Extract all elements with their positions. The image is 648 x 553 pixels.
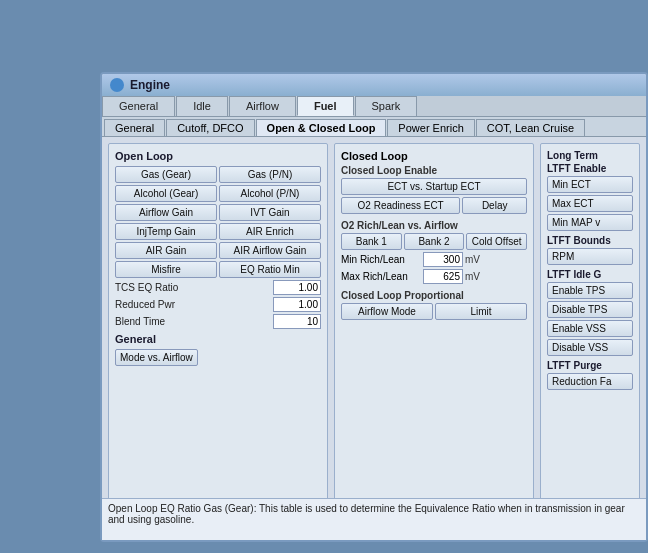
closed-loop-enable-section: Closed Loop Closed Loop Enable ECT vs. S… (341, 150, 527, 214)
btn-reduction-fa[interactable]: Reduction Fa (547, 373, 633, 390)
btn-enable-vss[interactable]: Enable VSS (547, 320, 633, 337)
open-loop-panel: Open Loop Gas (Gear) Gas (P/N) Alcohol (… (108, 143, 328, 507)
tab-spark[interactable]: Spark (355, 96, 418, 116)
tab-general[interactable]: General (102, 96, 175, 116)
ltft-purge-section: LTFT Purge Reduction Fa (547, 360, 633, 390)
tab2-cutoff[interactable]: Cutoff, DFCO (166, 119, 254, 136)
max-rich-lean-input[interactable] (423, 269, 463, 284)
btn-disable-tps[interactable]: Disable TPS (547, 301, 633, 318)
content-area: Open Loop Gas (Gear) Gas (P/N) Alcohol (… (102, 137, 646, 513)
title-bar: Engine (102, 74, 646, 96)
max-rich-lean-unit: mV (465, 271, 485, 282)
btn-delay[interactable]: Delay (462, 197, 527, 214)
ltft-idle-section: LTFT Idle G Enable TPS Disable TPS Enabl… (547, 269, 633, 356)
blend-time-input[interactable] (273, 314, 321, 329)
btn-disable-vss[interactable]: Disable VSS (547, 339, 633, 356)
btn-mode-vs-airflow[interactable]: Mode vs. Airflow (115, 349, 198, 366)
tab2-general[interactable]: General (104, 119, 165, 136)
min-rich-lean-row: Min Rich/Lean mV (341, 252, 527, 267)
btn-rpm[interactable]: RPM (547, 248, 633, 265)
rich-lean-title: O2 Rich/Lean vs. Airflow (341, 220, 527, 231)
tcs-eq-input[interactable] (273, 280, 321, 295)
prop-btn-row: Airflow Mode Limit (341, 303, 527, 320)
tab-fuel[interactable]: Fuel (297, 96, 354, 116)
reduced-pwr-input[interactable] (273, 297, 321, 312)
tab-airflow[interactable]: Airflow (229, 96, 296, 116)
btn-gas-pn[interactable]: Gas (P/N) (219, 166, 321, 183)
btn-min-ect[interactable]: Min ECT (547, 176, 633, 193)
btn-misfire[interactable]: Misfire (115, 261, 217, 278)
max-rich-lean-label: Max Rich/Lean (341, 271, 421, 282)
btn-ivt-gain[interactable]: IVT Gain (219, 204, 321, 221)
status-bar: Open Loop EQ Ratio Gas (Gear): This tabl… (102, 498, 646, 540)
btn-air-enrich[interactable]: AIR Enrich (219, 223, 321, 240)
enable-btn-row1: ECT vs. Startup ECT (341, 178, 527, 195)
btn-airflow-gain[interactable]: Airflow Gain (115, 204, 217, 221)
btn-air-airflow-gain[interactable]: AIR Airflow Gain (219, 242, 321, 259)
closed-loop-panel: Closed Loop Closed Loop Enable ECT vs. S… (334, 143, 534, 507)
tab-idle[interactable]: Idle (176, 96, 228, 116)
rich-lean-section: O2 Rich/Lean vs. Airflow Bank 1 Bank 2 C… (341, 220, 527, 284)
ltft-long-term-title: Long Term (547, 150, 633, 161)
min-rich-lean-input[interactable] (423, 252, 463, 267)
min-rich-lean-unit: mV (465, 254, 485, 265)
btn-alcohol-gear[interactable]: Alcohol (Gear) (115, 185, 217, 202)
btn-cold-offset[interactable]: Cold Offset (466, 233, 527, 250)
engine-icon (110, 78, 124, 92)
engine-window: Engine General Idle Airflow Fuel Spark G… (100, 72, 648, 542)
blend-time-row: Blend Time (115, 314, 321, 329)
proportional-section: Closed Loop Proportional Airflow Mode Li… (341, 290, 527, 320)
tab2-power-enrich[interactable]: Power Enrich (387, 119, 474, 136)
btn-gas-gear[interactable]: Gas (Gear) (115, 166, 217, 183)
btn-ect-startup[interactable]: ECT vs. Startup ECT (341, 178, 527, 195)
status-text: Open Loop EQ Ratio Gas (Gear): This tabl… (108, 503, 625, 525)
btn-air-gain[interactable]: AIR Gain (115, 242, 217, 259)
ltft-enable-title: LTFT Enable (547, 163, 633, 174)
reduced-pwr-label: Reduced Pwr (115, 299, 271, 310)
tab-row-1: General Idle Airflow Fuel Spark (102, 96, 646, 117)
open-loop-btn-grid: Gas (Gear) Gas (P/N) Alcohol (Gear) Alco… (115, 166, 321, 278)
btn-enable-tps[interactable]: Enable TPS (547, 282, 633, 299)
btn-bank2[interactable]: Bank 2 (404, 233, 465, 250)
closed-loop-enable-title: Closed Loop Enable (341, 165, 527, 176)
btn-max-ect[interactable]: Max ECT (547, 195, 633, 212)
tab-row-2: General Cutoff, DFCO Open & Closed Loop … (102, 117, 646, 137)
btn-alcohol-pn[interactable]: Alcohol (P/N) (219, 185, 321, 202)
closed-loop-title: Closed Loop (341, 150, 527, 162)
ltft-bounds-section: LTFT Bounds RPM (547, 235, 633, 265)
bank-btn-row: Bank 1 Bank 2 Cold Offset (341, 233, 527, 250)
btn-limit[interactable]: Limit (435, 303, 527, 320)
btn-injtemp-gain[interactable]: InjTemp Gain (115, 223, 217, 240)
proportional-title: Closed Loop Proportional (341, 290, 527, 301)
max-rich-lean-row: Max Rich/Lean mV (341, 269, 527, 284)
min-rich-lean-label: Min Rich/Lean (341, 254, 421, 265)
btn-o2-readiness[interactable]: O2 Readiness ECT (341, 197, 460, 214)
general-section: General Mode vs. Airflow (115, 333, 321, 366)
general-title: General (115, 333, 321, 345)
ltft-bounds-title: LTFT Bounds (547, 235, 633, 246)
window-title: Engine (130, 78, 170, 92)
enable-btn-row2: O2 Readiness ECT Delay (341, 197, 527, 214)
tcs-eq-row: TCS EQ Ratio (115, 280, 321, 295)
ltft-panel: Long Term LTFT Enable Min ECT Max ECT Mi… (540, 143, 640, 507)
blend-time-label: Blend Time (115, 316, 271, 327)
open-loop-title: Open Loop (115, 150, 321, 162)
btn-bank1[interactable]: Bank 1 (341, 233, 402, 250)
btn-min-map[interactable]: Min MAP v (547, 214, 633, 231)
tab2-cot[interactable]: COT, Lean Cruise (476, 119, 585, 136)
btn-eq-ratio-min[interactable]: EQ Ratio Min (219, 261, 321, 278)
tab2-open-closed[interactable]: Open & Closed Loop (256, 119, 387, 136)
btn-airflow-mode[interactable]: Airflow Mode (341, 303, 433, 320)
reduced-pwr-row: Reduced Pwr (115, 297, 321, 312)
ltft-purge-title: LTFT Purge (547, 360, 633, 371)
ltft-enable-section: Long Term LTFT Enable Min ECT Max ECT Mi… (547, 150, 633, 231)
tcs-eq-label: TCS EQ Ratio (115, 282, 271, 293)
ltft-idle-title: LTFT Idle G (547, 269, 633, 280)
